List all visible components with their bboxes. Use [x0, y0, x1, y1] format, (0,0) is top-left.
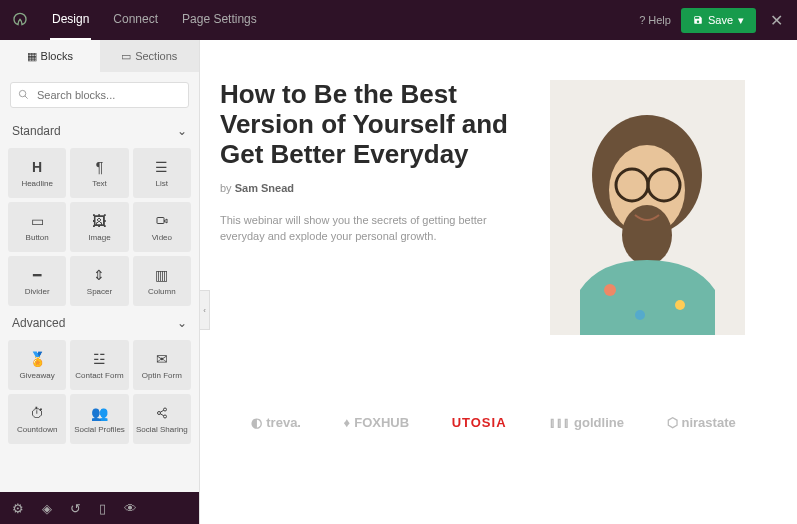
advanced-blocks: 🏅Giveaway ☳Contact Form ✉Optin Form ⏱Cou…	[0, 336, 199, 448]
svg-point-18	[635, 310, 645, 320]
logo-nirastate[interactable]: ⬡nirastate	[667, 415, 736, 430]
mobile-icon[interactable]: ▯	[99, 501, 106, 516]
block-image[interactable]: 🖼Image	[70, 202, 128, 252]
logo-treva[interactable]: ◐treva.	[251, 415, 301, 430]
svg-line-7	[160, 410, 164, 412]
logo-mark-icon: ⫿⫿⫿	[549, 415, 570, 430]
group-advanced-toggle[interactable]: Advanced⌄	[0, 310, 199, 336]
block-text[interactable]: ¶Text	[70, 148, 128, 198]
text-icon: ¶	[96, 158, 104, 176]
standard-blocks: HHeadline ¶Text ☰List ▭Button 🖼Image Vid…	[0, 144, 199, 310]
nav-tab-page-settings[interactable]: Page Settings	[180, 0, 259, 40]
block-contact-form[interactable]: ☳Contact Form	[70, 340, 128, 390]
byline[interactable]: by Sam Snead	[220, 182, 520, 194]
logo-mark-icon: ♦	[344, 415, 351, 430]
spacer-icon: ⇕	[93, 266, 105, 284]
nav-tab-connect[interactable]: Connect	[111, 0, 160, 40]
sections-icon: ▭	[121, 50, 131, 63]
layers-icon[interactable]: ◈	[42, 501, 52, 516]
countdown-icon: ⏱	[30, 404, 44, 422]
column-icon: ▥	[155, 266, 168, 284]
app-logo-icon[interactable]	[10, 10, 30, 30]
chevron-down-icon: ▾	[738, 14, 744, 27]
canvas[interactable]: ‹ How to Be the Best Version of Yourself…	[200, 40, 797, 524]
blocks-icon: ▦	[27, 50, 37, 63]
brand-logos-row: ◐treva. ♦FOXHUB UTOSIA ⫿⫿⫿goldline ⬡nira…	[220, 415, 767, 430]
block-social-profiles[interactable]: 👥Social Profiles	[70, 394, 128, 444]
divider-icon: ━	[33, 266, 41, 284]
button-icon: ▭	[31, 212, 44, 230]
sidebar: ▦Blocks ▭Sections Standard⌄ HHeadline ¶T…	[0, 40, 200, 524]
chevron-down-icon: ⌄	[177, 124, 187, 138]
profiles-icon: 👥	[91, 404, 108, 422]
nav-tab-design[interactable]: Design	[50, 0, 91, 40]
headline-icon: H	[32, 158, 42, 176]
close-button[interactable]: ✕	[766, 11, 787, 30]
preview-icon[interactable]: 👁	[124, 501, 137, 516]
image-icon: 🖼	[92, 212, 106, 230]
history-icon[interactable]: ↺	[70, 501, 81, 516]
giveaway-icon: 🏅	[29, 350, 46, 368]
svg-point-17	[675, 300, 685, 310]
svg-point-5	[157, 412, 160, 415]
block-video[interactable]: Video	[133, 202, 191, 252]
settings-icon[interactable]: ⚙	[12, 501, 24, 516]
block-optin-form[interactable]: ✉Optin Form	[133, 340, 191, 390]
nav-tabs: Design Connect Page Settings	[50, 0, 639, 40]
list-icon: ☰	[155, 158, 168, 176]
block-button[interactable]: ▭Button	[8, 202, 66, 252]
top-bar: Design Connect Page Settings ?Help Save …	[0, 0, 797, 40]
panel-tab-sections[interactable]: ▭Sections	[100, 40, 200, 72]
block-headline[interactable]: HHeadline	[8, 148, 66, 198]
block-spacer[interactable]: ⇕Spacer	[70, 256, 128, 306]
search-input[interactable]	[10, 82, 189, 108]
block-divider[interactable]: ━Divider	[8, 256, 66, 306]
help-link[interactable]: ?Help	[639, 14, 671, 26]
form-icon: ☳	[93, 350, 106, 368]
save-button[interactable]: Save ▾	[681, 8, 756, 33]
bottom-toolbar: ⚙ ◈ ↺ ▯ 👁	[0, 492, 199, 524]
group-standard-toggle[interactable]: Standard⌄	[0, 118, 199, 144]
block-list[interactable]: ☰List	[133, 148, 191, 198]
panel-tab-blocks[interactable]: ▦Blocks	[0, 40, 100, 72]
svg-rect-2	[157, 218, 164, 224]
block-giveaway[interactable]: 🏅Giveaway	[8, 340, 66, 390]
block-column[interactable]: ▥Column	[133, 256, 191, 306]
optin-icon: ✉	[156, 350, 168, 368]
video-icon	[155, 212, 169, 230]
logo-goldline[interactable]: ⫿⫿⫿goldline	[549, 415, 624, 430]
logo-utosia[interactable]: UTOSIA	[452, 415, 507, 430]
page-description[interactable]: This webinar will show you the secrets o…	[220, 212, 520, 245]
svg-point-4	[163, 408, 166, 411]
block-countdown[interactable]: ⏱Countdown	[8, 394, 66, 444]
save-icon	[693, 15, 703, 25]
chevron-down-icon: ⌄	[177, 316, 187, 330]
logo-foxhub[interactable]: ♦FOXHUB	[344, 415, 410, 430]
svg-point-16	[604, 284, 616, 296]
page-title[interactable]: How to Be the Best Version of Yourself a…	[220, 80, 520, 170]
logo-mark-icon: ◐	[251, 415, 262, 430]
sidebar-collapse-handle[interactable]: ‹	[200, 290, 210, 330]
share-icon	[156, 404, 168, 422]
svg-point-15	[622, 205, 672, 265]
logo-mark-icon: ⬡	[667, 415, 678, 430]
hero-image[interactable]	[550, 80, 745, 335]
help-icon: ?	[639, 14, 645, 26]
svg-line-8	[160, 414, 164, 416]
svg-point-6	[163, 415, 166, 418]
block-social-sharing[interactable]: Social Sharing	[133, 394, 191, 444]
author-name: Sam Snead	[235, 182, 294, 194]
